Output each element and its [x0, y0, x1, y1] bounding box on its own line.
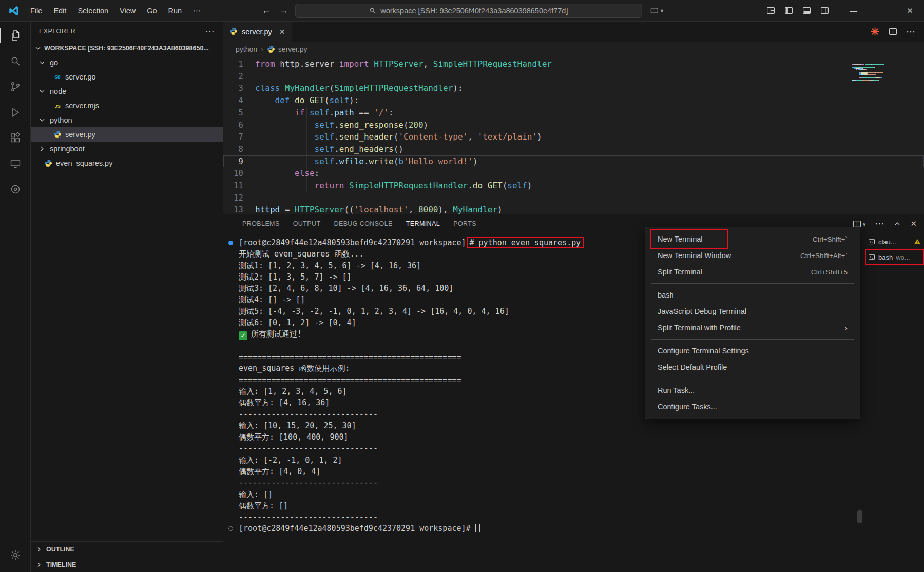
menu-item-split-terminal[interactable]: Split TerminalCtrl+Shift+5 — [645, 264, 860, 280]
terminal-scrollbar[interactable] — [857, 510, 862, 523]
menu-item-new-terminal-window[interactable]: New Terminal WindowCtrl+Shift+Alt+` — [645, 247, 860, 264]
code-line-9[interactable]: 9 self.wfile.write(b'Hello world!') — [223, 155, 924, 168]
code-text: self.send_header('Content-type', 'text/p… — [255, 131, 542, 143]
command-center[interactable]: workspace [SSH: 93e2506f40f243a3a8603986… — [295, 4, 642, 18]
maximize-button[interactable] — [868, 0, 896, 22]
folder-python[interactable]: python — [31, 113, 223, 127]
file-server-mjs[interactable]: JSserver.mjs — [31, 98, 223, 113]
back-arrow-icon[interactable]: ← — [260, 5, 273, 16]
close-panel-icon[interactable]: ✕ — [910, 219, 917, 228]
code-line-10[interactable]: 10 else: — [223, 167, 924, 180]
menu-item-configure-terminal-settings[interactable]: Configure Terminal Settings — [645, 343, 860, 359]
outline-section[interactable]: OUTLINE — [31, 541, 223, 557]
menu-item-bash[interactable]: bash — [645, 287, 860, 303]
split-editor-icon[interactable] — [889, 27, 897, 36]
code-line-11[interactable]: 11 return SimpleHTTPRequestHandler.do_GE… — [223, 180, 924, 192]
menu-go[interactable]: Go — [141, 5, 162, 17]
line-number: 12 — [223, 192, 255, 204]
code-editor[interactable]: 1from http.server import HTTPServer, Sim… — [223, 56, 924, 214]
code-line-3[interactable]: 3class MyHandler(SimpleHTTPRequestHandle… — [223, 82, 924, 94]
activity-extensions-icon[interactable] — [0, 125, 31, 151]
menu-item-configure-tasks[interactable]: Configure Tasks... — [645, 399, 860, 415]
panel-tab-output[interactable]: OUTPUT — [286, 214, 328, 233]
file-server-go[interactable]: GOserver.go — [31, 70, 223, 84]
activity-containers-icon[interactable] — [0, 176, 31, 202]
minimize-button[interactable]: — — [839, 0, 868, 22]
terminal-text: even_squares 函数使用示例: — [239, 364, 350, 373]
terminal-icon — [868, 238, 875, 245]
activity-run-debug-icon[interactable] — [0, 100, 31, 125]
folder-springboot[interactable]: springboot — [31, 142, 223, 156]
panel-tab-debug-console[interactable]: DEBUG CONSOLE — [327, 214, 399, 233]
menu-more[interactable]: ⋯ — [187, 5, 206, 17]
menu-item-new-terminal[interactable]: New TerminalCtrl+Shift+` — [645, 231, 860, 247]
menu-edit[interactable]: Edit — [48, 5, 72, 17]
breadcrumb-server-py[interactable]: server.py — [267, 45, 307, 53]
panel-more-icon[interactable]: ⋯ — [875, 218, 884, 229]
minimap[interactable] — [852, 60, 909, 76]
activity-search-icon[interactable] — [0, 48, 31, 74]
settings-gear-icon[interactable] — [0, 542, 31, 568]
file-even-squares-py[interactable]: even_squares.py — [31, 156, 223, 170]
tab-server-py[interactable]: server.py ✕ — [223, 22, 292, 42]
terminal-text: 所有测试通过! — [251, 329, 302, 339]
forward-arrow-icon[interactable]: → — [278, 5, 290, 16]
menu-view[interactable]: View — [114, 5, 141, 17]
activity-explorer-icon[interactable] — [0, 23, 31, 48]
tab-close-icon[interactable]: ✕ — [279, 28, 285, 36]
toggle-secondary-sidebar-icon[interactable] — [820, 6, 829, 15]
panel-tab-terminal[interactable]: TERMINAL — [399, 214, 447, 233]
command-decoration-icon[interactable] — [228, 526, 233, 531]
timeline-label: TIMELINE — [46, 561, 76, 568]
remote-window-button[interactable]: ∨ — [650, 7, 664, 15]
menu-item-run-task[interactable]: Run Task... — [645, 382, 860, 399]
folder-go[interactable]: go — [31, 55, 223, 70]
menu-selection[interactable]: Selection — [72, 5, 114, 17]
activity-remote-explorer-icon[interactable] — [0, 151, 31, 176]
line-number: 2 — [223, 70, 255, 83]
code-line-4[interactable]: 4 def do_GET(self): — [223, 94, 924, 107]
code-line-13[interactable]: 13httpd = HTTPServer(('localhost', 8000)… — [223, 204, 924, 214]
file-server-py[interactable]: server.py — [31, 127, 223, 142]
terminal-tab-bash[interactable]: bashwo... — [865, 249, 924, 265]
minimap-line — [852, 67, 909, 68]
code-line-7[interactable]: 7 self.send_header('Content-type', 'text… — [223, 131, 924, 143]
line-number: 7 — [223, 131, 255, 143]
terminal-tab-clau[interactable]: clau... — [865, 234, 924, 249]
terminal-text: 测试6: [0, 1, 2] -> [0, 4] — [239, 318, 356, 327]
code-line-5[interactable]: 5 if self.path == '/': — [223, 107, 924, 119]
code-line-12[interactable]: 12 — [223, 192, 924, 204]
command-center-text: workspace [SSH: 93e2506f40f243a3a8603986… — [380, 7, 568, 15]
customize-layout-icon[interactable] — [766, 6, 775, 15]
file-label: go — [50, 58, 58, 67]
activity-source-control-icon[interactable] — [0, 74, 31, 100]
maximize-panel-icon[interactable] — [893, 220, 901, 228]
explorer-more-icon[interactable]: ⋯ — [205, 26, 215, 37]
sidebar-bottom: OUTLINE TIMELINE — [31, 541, 223, 572]
toggle-sidebar-icon[interactable] — [784, 6, 793, 15]
code-line-2[interactable]: 2 — [223, 70, 924, 83]
folder-node[interactable]: node — [31, 84, 223, 98]
command-decoration-icon[interactable] — [228, 241, 233, 245]
workspace-root[interactable]: WORKSPACE [SSH: 93E2506F40F243A3A8603986… — [31, 41, 223, 55]
toggle-panel-icon[interactable] — [802, 6, 811, 15]
menu-item-select-default-profile[interactable]: Select Default Profile — [645, 359, 860, 376]
editor-more-icon[interactable]: ⋯ — [906, 26, 916, 37]
code-line-8[interactable]: 8 self.end_headers() — [223, 143, 924, 155]
extension-starburst-icon[interactable] — [870, 27, 880, 36]
breadcrumb-python[interactable]: python — [236, 45, 257, 53]
code-line-6[interactable]: 6 self.send_response(200) — [223, 119, 924, 131]
close-button[interactable]: ✕ — [896, 0, 924, 22]
timeline-section[interactable]: TIMELINE — [31, 557, 223, 572]
menu-item-label: Split Terminal with Profile — [658, 324, 741, 332]
menu-item-javascript-debug-terminal[interactable]: JavaScript Debug Terminal — [645, 303, 860, 320]
code-line-1[interactable]: 1from http.server import HTTPServer, Sim… — [223, 58, 924, 70]
panel-tab-problems[interactable]: PROBLEMS — [236, 214, 286, 233]
python-icon — [267, 45, 275, 53]
menu-shortcut: Ctrl+Shift+5 — [811, 268, 848, 276]
menu-file[interactable]: File — [25, 5, 48, 17]
panel-tab-ports[interactable]: PORTS — [447, 214, 483, 233]
menu-item-split-terminal-with-profile[interactable]: Split Terminal with Profile› — [645, 320, 860, 336]
file-label: even_squares.py — [56, 159, 112, 167]
menu-run[interactable]: Run — [163, 5, 188, 17]
